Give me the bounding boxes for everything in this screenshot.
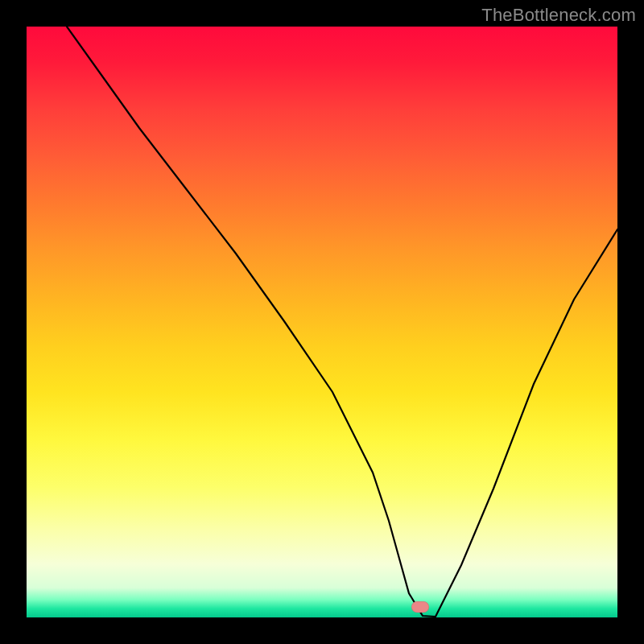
watermark-text: TheBottleneck.com: [481, 5, 636, 26]
curve-layer: [27, 27, 617, 617]
chart-frame: TheBottleneck.com: [0, 0, 644, 644]
bottleneck-curve: [67, 27, 617, 617]
plot-area: [27, 27, 617, 617]
optimal-marker: [411, 601, 429, 613]
